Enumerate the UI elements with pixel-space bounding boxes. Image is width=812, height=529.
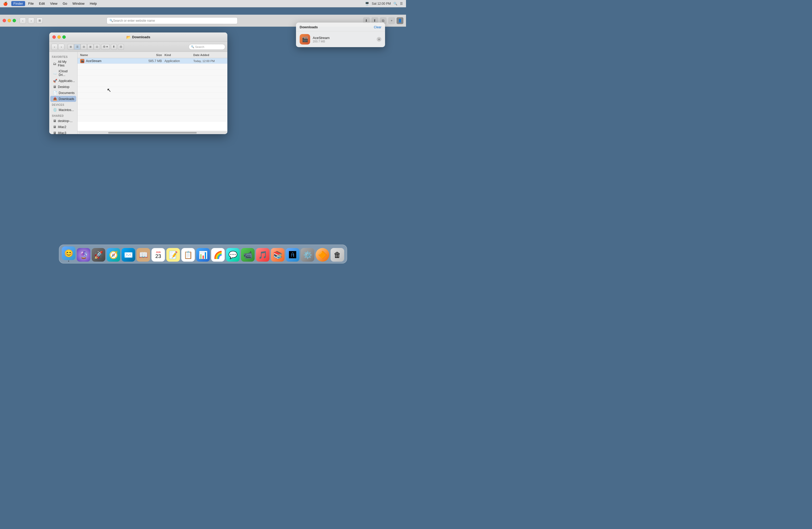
group-view-btn[interactable]: ⊡ xyxy=(94,44,100,50)
sidebar-item-macintosh[interactable]: 💿 Macintos... xyxy=(50,107,76,113)
icloud-label: iCloud Dri... xyxy=(59,69,74,77)
empty-row-5 xyxy=(77,87,227,93)
add-tab-icon[interactable]: + xyxy=(388,17,395,24)
messages-icon: 💬 xyxy=(226,248,240,262)
acestream-name: AceStream xyxy=(86,59,101,63)
menu-edit[interactable]: Edit xyxy=(37,1,47,6)
download-close-btn[interactable]: ✕ xyxy=(377,37,381,42)
dock-item-books[interactable]: 📚 xyxy=(271,248,285,262)
sidebar-item-documents[interactable]: 📄 Documents xyxy=(50,90,76,96)
contacts-icon: 📖 xyxy=(136,248,150,262)
empty-row-7 xyxy=(77,99,227,104)
dock-item-settings[interactable]: ⚙️ xyxy=(301,248,314,262)
search-bar[interactable]: 🔍 Search xyxy=(189,44,225,50)
imac2-label: iMac2 xyxy=(58,125,66,129)
menu-go[interactable]: Go xyxy=(60,1,69,6)
dock-item-keynote[interactable]: 📊 xyxy=(196,248,210,262)
finder-zoom[interactable] xyxy=(62,35,66,39)
dock-item-safari[interactable]: 🧭 xyxy=(106,248,120,262)
empty-row-6 xyxy=(77,93,227,99)
menu-finder[interactable]: Finder xyxy=(11,1,25,6)
settings-icon: ⚙️ xyxy=(301,248,314,262)
dock-item-music[interactable]: 🎵 xyxy=(256,248,270,262)
url-bar[interactable]: 🔍 Search or enter website name xyxy=(106,17,237,24)
menu-window[interactable]: Window xyxy=(71,1,87,6)
browser-forward-btn[interactable]: › xyxy=(28,17,34,24)
sidebar-item-applications[interactable]: 🚀 Applicatio... xyxy=(50,78,76,84)
macintosh-label: Macintos... xyxy=(59,108,74,112)
scrollbar-thumb[interactable] xyxy=(108,132,197,134)
sidebar-item-desktop-shared[interactable]: 🖥 desktop-... xyxy=(50,118,76,124)
dock-item-photos[interactable]: 🌈 xyxy=(211,248,225,262)
dock-item-reminders[interactable]: 📋 xyxy=(181,248,195,262)
column-view-btn[interactable]: ⊟ xyxy=(81,44,87,50)
finder-scrollbar[interactable] xyxy=(77,131,227,134)
dock-item-vlc[interactable]: 🔶 xyxy=(316,248,329,262)
finder-icon: 😊 xyxy=(62,247,75,260)
clear-button[interactable]: Clear xyxy=(374,25,381,29)
close-button[interactable] xyxy=(3,19,6,22)
dock-item-finder[interactable]: 😊 xyxy=(62,247,75,262)
dock-item-trash[interactable]: 🗑 xyxy=(331,248,344,262)
sidebar-item-imac2[interactable]: 🖥 iMac2 xyxy=(50,124,76,130)
search-icon[interactable]: 🔍 xyxy=(393,2,397,5)
dock-item-launchpad[interactable]: 🚀 xyxy=(92,248,105,262)
file-row-acestream[interactable]: 🎬 AceStream 585.7 MB Application Today, … xyxy=(77,58,227,64)
share-button[interactable]: ⬆ xyxy=(111,44,117,50)
launchpad-icon: 🚀 xyxy=(92,248,105,262)
dock-item-mail[interactable]: ✉️ xyxy=(121,248,135,262)
list-view-btn[interactable]: ☰ xyxy=(74,44,81,50)
favorites-label: Favorites xyxy=(49,54,77,59)
action-button[interactable]: ⚙ ▾ xyxy=(101,44,110,50)
finder-dot xyxy=(68,261,69,262)
downloads-label: Downloads xyxy=(59,97,74,101)
sidebar-item-icloud[interactable]: ☁️ iCloud Dri... xyxy=(50,68,76,78)
maximize-button[interactable] xyxy=(13,19,16,22)
download-item: 🎬 AceStream 200.7 MB ✕ xyxy=(296,31,385,47)
user-avatar[interactable]: 👤 xyxy=(396,17,403,24)
menu-view[interactable]: View xyxy=(48,1,59,6)
sidebar-item-all-files[interactable]: 🗂 All My Files xyxy=(50,59,76,68)
coverflow-view-btn[interactable]: ⊠ xyxy=(87,44,93,50)
empty-row-9 xyxy=(77,110,227,116)
dock-item-contacts[interactable]: 📖 xyxy=(136,248,150,262)
menu-help[interactable]: Help xyxy=(88,1,99,6)
minimize-button[interactable] xyxy=(8,19,11,22)
dock-item-messages[interactable]: 💬 xyxy=(226,248,240,262)
dock-item-facetime[interactable]: 📹 xyxy=(241,248,255,262)
notes-icon: 📝 xyxy=(166,248,180,262)
back-button[interactable]: ‹ xyxy=(51,44,58,50)
sidebar-item-desktop[interactable]: 🖥 Desktop xyxy=(50,84,76,90)
col-size-header: Size xyxy=(141,54,164,57)
forward-button[interactable]: › xyxy=(58,44,64,50)
acestream-size: 585.7 MB xyxy=(141,59,164,63)
browser-back-btn[interactable]: ‹ xyxy=(20,17,26,24)
finder-minimize[interactable] xyxy=(57,35,61,39)
tags-button[interactable]: ⊟ xyxy=(118,44,124,50)
empty-row-10 xyxy=(77,116,227,121)
applications-label: Applicatio... xyxy=(59,79,75,83)
empty-row-3 xyxy=(77,75,227,81)
books-icon: 📚 xyxy=(271,248,285,262)
search-icon: 🔍 xyxy=(191,45,194,48)
menu-file[interactable]: File xyxy=(26,1,36,6)
scrollbar-track xyxy=(78,132,226,134)
dock-item-notes[interactable]: 📝 xyxy=(166,248,180,262)
menu-icon[interactable]: ☰ xyxy=(400,2,403,5)
dock-item-appstore[interactable]: 🅰 xyxy=(286,248,300,262)
dock: 😊 🔮 🚀 🧭 ✉️ 📖 JUN 23 📝 📋 📊 🌈 💬 📹 🎵 xyxy=(59,245,347,263)
menubar-right: 🖥️ Sat 12:00 PM 🔍 ☰ xyxy=(365,2,403,5)
downloads-icon: 📥 xyxy=(53,97,57,101)
sidebar-item-downloads[interactable]: 📥 Downloads xyxy=(50,96,76,102)
shared-label: Shared xyxy=(49,113,77,118)
icon-view-btn[interactable]: ⊞ xyxy=(68,44,74,50)
acestream-kind: Application xyxy=(164,59,193,63)
dock-item-siri[interactable]: 🔮 xyxy=(77,248,90,262)
sidebar-item-imac3[interactable]: 🖥 iMac3 xyxy=(50,130,76,134)
browser-sidebar-btn[interactable]: ⊞ xyxy=(37,17,43,24)
apple-icon[interactable]: 🍎 xyxy=(3,2,8,6)
downloads-popup: Downloads Clear 🎬 AceStream 200.7 MB ✕ xyxy=(296,23,385,47)
dock-item-calendar[interactable]: JUN 23 xyxy=(151,248,165,262)
finder-close[interactable] xyxy=(53,35,56,39)
file-panel: Name Size Kind Date Added 🎬 AceStream 58… xyxy=(77,52,227,134)
